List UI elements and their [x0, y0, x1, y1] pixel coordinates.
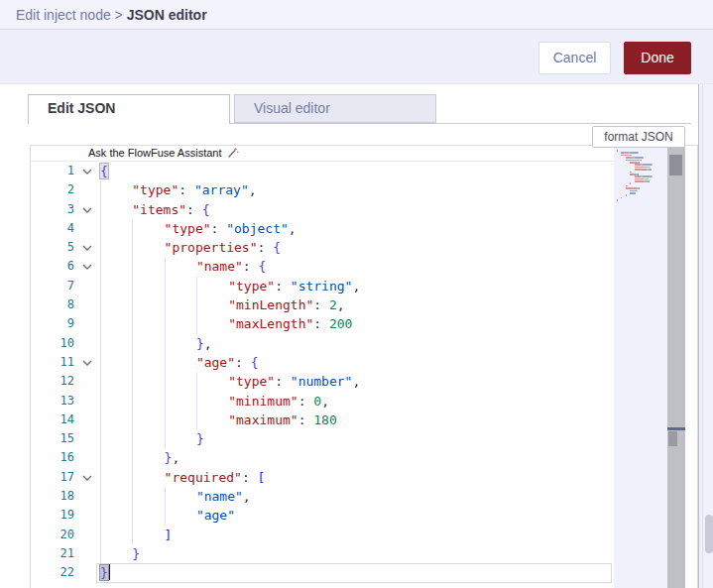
code-line[interactable]: 5"properties": { [31, 238, 616, 257]
token-num: 180 [313, 412, 336, 427]
fold-chevron-icon[interactable] [74, 200, 100, 219]
indent-guide [165, 429, 196, 448]
line-number: 5 [31, 238, 74, 257]
minimap-line [630, 192, 665, 194]
indent-guide [100, 392, 132, 411]
token-pun: : [186, 202, 202, 217]
editor-scrollbar-thumb[interactable] [669, 155, 682, 176]
indent-guide [165, 392, 196, 411]
line-number: 20 [31, 526, 74, 544]
indent-guide [132, 238, 164, 257]
line-number: 7 [31, 277, 74, 295]
dialog-scrollbar-thumb[interactable] [705, 515, 713, 553]
code-line[interactable]: 21} [31, 544, 616, 563]
code-lines[interactable]: 1{2"type": "array",3"items": {4"type": "… [31, 162, 616, 583]
indent-guide [132, 448, 164, 467]
line-number: 6 [31, 257, 74, 276]
tab-edit-json[interactable]: Edit JSON [28, 94, 230, 124]
line-number: 15 [31, 429, 74, 448]
code-line[interactable]: 19"age" [31, 506, 616, 525]
indent-guide [100, 468, 132, 487]
json-code-editor[interactable]: Ask the FlowFuse Assistant 1{2"type": "a… [30, 145, 698, 588]
line-number: 16 [31, 448, 74, 467]
code-line[interactable]: 17"required": [ [31, 468, 616, 487]
token-pun: : [211, 221, 227, 236]
indent-guide [100, 411, 132, 429]
token-key: "type" [228, 279, 275, 294]
code-line[interactable]: 9"maxLength": 200 [31, 314, 616, 333]
code-line[interactable]: 8"minLength": 2, [31, 295, 616, 314]
token-brc: { [251, 355, 259, 370]
fold-chevron-icon[interactable] [74, 162, 100, 180]
fold-chevron-icon[interactable] [74, 468, 100, 487]
minimap-line [635, 164, 665, 166]
code-line[interactable]: 18"name", [31, 487, 616, 506]
indent-guide [165, 487, 196, 506]
token-pun: : [298, 394, 314, 409]
token-pun: , [337, 297, 345, 312]
code-line[interactable]: 13"minimum": 0, [31, 392, 616, 411]
line-number: 21 [31, 544, 74, 563]
code-line[interactable]: 1{ [31, 162, 616, 180]
code-line[interactable]: 3"items": { [31, 200, 616, 219]
indent-guide [196, 372, 228, 391]
token-pun: , [352, 374, 360, 389]
code-line[interactable]: 16}, [31, 448, 616, 467]
cancel-button[interactable]: Cancel [538, 42, 611, 74]
indent-guide [196, 314, 228, 333]
assistant-link[interactable]: Ask the FlowFuse Assistant [88, 147, 239, 159]
fold-chevron-icon[interactable] [74, 353, 100, 372]
code-line[interactable]: 20] [31, 526, 616, 544]
line-number: 12 [31, 372, 74, 391]
minimap-line [630, 182, 665, 184]
indent-guide [196, 277, 228, 295]
token-key: "minLength" [228, 297, 313, 312]
tab-bar: Edit JSON Visual editor [28, 94, 436, 124]
indent-guide [132, 526, 164, 544]
line-number: 2 [31, 180, 74, 199]
line-number: 3 [31, 200, 74, 219]
dialog-scrollbar[interactable] [698, 84, 713, 588]
editor-scrollbar[interactable] [667, 146, 685, 588]
token-key: "type" [165, 221, 211, 236]
indent-guide [100, 506, 132, 525]
minimap-line [621, 155, 665, 157]
token-pun: , [249, 182, 257, 197]
code-line[interactable]: 22} [31, 563, 616, 582]
token-key: "maximum" [228, 412, 297, 427]
done-button[interactable]: Done [624, 42, 691, 74]
breadcrumb-parent-link[interactable]: Edit inject node [16, 7, 111, 23]
code-line[interactable]: 12"type": "number", [31, 372, 616, 391]
tab-visual-editor[interactable]: Visual editor [234, 94, 436, 123]
indent-guide [165, 257, 196, 276]
token-str: "age" [196, 508, 235, 523]
fold-chevron-icon[interactable] [74, 257, 100, 276]
line-number: 11 [31, 353, 74, 372]
indent-guide [132, 468, 164, 487]
line-number: 10 [31, 334, 74, 353]
overview-cursor-marker [667, 427, 685, 430]
code-line[interactable]: 10}, [31, 334, 616, 353]
code-line[interactable]: 2"type": "array", [31, 180, 616, 199]
code-line[interactable]: 4"type": "object", [31, 219, 616, 238]
format-json-button[interactable]: format JSON [592, 126, 685, 148]
fold-chevron-icon[interactable] [74, 238, 100, 257]
indent-guide [132, 257, 164, 276]
indent-guide [132, 392, 164, 411]
code-line[interactable]: 7"type": "string", [31, 277, 616, 295]
minimap-line [635, 167, 665, 169]
code-line[interactable]: 14"maximum": 180 [31, 411, 616, 429]
minimap-rows [617, 150, 665, 202]
indent-guide [165, 314, 196, 333]
token-pun: , [289, 221, 297, 236]
code-line[interactable]: 15} [31, 429, 616, 448]
code-line[interactable]: 11"age": { [31, 353, 616, 372]
token-brc: } [196, 336, 204, 351]
indent-guide [165, 506, 196, 525]
token-brc: { [259, 259, 267, 274]
indent-guide [100, 200, 132, 219]
breadcrumb-separator: > [111, 7, 127, 23]
code-line[interactable]: 6"name": { [31, 257, 616, 276]
minimap[interactable] [614, 146, 667, 588]
token-str: "array" [194, 182, 249, 197]
